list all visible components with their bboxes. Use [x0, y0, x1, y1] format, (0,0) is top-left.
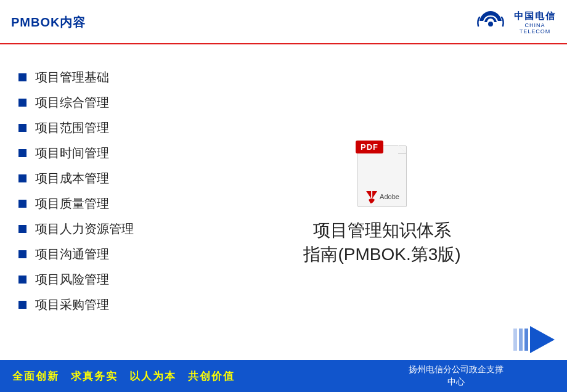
list-item-label: 项目沟通管理 [35, 246, 109, 263]
logo-english-top: CHINA [524, 22, 545, 28]
list-item: 项目成本管理 [18, 170, 216, 187]
bullet-icon [18, 73, 27, 81]
list-item: 项目范围管理 [18, 120, 216, 136]
stripe-1 [513, 329, 517, 351]
book-title: 项目管理知识体系 指南(PMBOK.第3版) [303, 218, 460, 266]
list-item-label: 项目质量管理 [35, 195, 109, 212]
bullet-icon [18, 124, 27, 132]
bullet-icon [18, 250, 27, 258]
list-item-label: 项目管理基础 [35, 69, 109, 86]
bullet-icon [18, 99, 27, 107]
list-item-label: 项目范围管理 [35, 120, 109, 136]
stripe-2 [519, 329, 523, 351]
logo-chinese: 中国电信 [514, 10, 556, 22]
list-item: 项目综合管理 [18, 94, 216, 111]
bullet-icon [18, 225, 27, 233]
list-item-label: 项目成本管理 [35, 170, 109, 187]
bullet-icon [18, 200, 27, 208]
pdf-badge: PDF [356, 141, 383, 153]
footer-company-area: 扬州电信分公司政企支撑 中心 [345, 360, 567, 392]
next-arrow-icon[interactable] [530, 326, 555, 353]
company-line1: 扬州电信分公司政企支撑 [409, 364, 504, 376]
list-item: 项目风险管理 [18, 271, 216, 288]
bullet-icon [18, 174, 27, 182]
telecom-icon [475, 9, 507, 36]
adobe-logo: Adobe [365, 190, 399, 203]
footer: 全面创新 求真务实 以人为本 共创价值 扬州电信分公司政企支撑 中心 [0, 360, 567, 392]
list-item: 项目沟通管理 [18, 246, 216, 263]
list-item: 项目管理基础 [18, 69, 216, 86]
header: PMBOK内容 中国电信 CHINA TELECOM [0, 0, 567, 44]
right-panel: PDF Adobe 项目管理知识体系 指南(PMBOK.第3版) [216, 63, 549, 355]
svg-point-1 [488, 22, 493, 27]
topic-list: 项目管理基础项目综合管理项目范围管理项目时间管理项目成本管理项目质量管理项目人力… [18, 63, 216, 355]
list-item-label: 项目综合管理 [35, 94, 109, 111]
main-content: 项目管理基础项目综合管理项目范围管理项目时间管理项目成本管理项目质量管理项目人力… [0, 44, 567, 355]
book-title-line2: 指南(PMBOK.第3版) [303, 242, 460, 266]
logo-english-bottom: TELECOM [520, 28, 551, 35]
footer-company: 扬州电信分公司政企支撑 中心 [409, 364, 504, 388]
logo-text: 中国电信 CHINA TELECOM [514, 10, 556, 35]
adobe-text: Adobe [380, 193, 399, 200]
logo: 中国电信 CHINA TELECOM [475, 9, 556, 36]
adobe-butterfly-icon [365, 190, 378, 203]
pdf-icon-wrapper: PDF Adobe [354, 139, 410, 207]
list-item-label: 项目人力资源管理 [35, 221, 134, 237]
bullet-icon [18, 149, 27, 157]
list-item-label: 项目时间管理 [35, 145, 109, 161]
list-item: 项目人力资源管理 [18, 221, 216, 237]
page-title: PMBOK内容 [11, 14, 86, 31]
list-item: 项目采购管理 [18, 296, 216, 313]
list-item: 项目时间管理 [18, 145, 216, 161]
stripe-3 [524, 329, 528, 351]
footer-slogan-area: 全面创新 求真务实 以人为本 共创价值 [0, 360, 345, 392]
nav-arrow-stripes [513, 326, 555, 353]
list-item-label: 项目采购管理 [35, 296, 109, 313]
footer-slogan: 全面创新 求真务实 以人为本 共创价值 [12, 369, 235, 383]
bullet-icon [18, 276, 27, 284]
list-item: 项目质量管理 [18, 195, 216, 212]
list-item-label: 项目风险管理 [35, 271, 109, 288]
bullet-icon [18, 301, 27, 309]
company-line2: 中心 [409, 376, 504, 388]
book-title-line1: 项目管理知识体系 [303, 218, 460, 242]
